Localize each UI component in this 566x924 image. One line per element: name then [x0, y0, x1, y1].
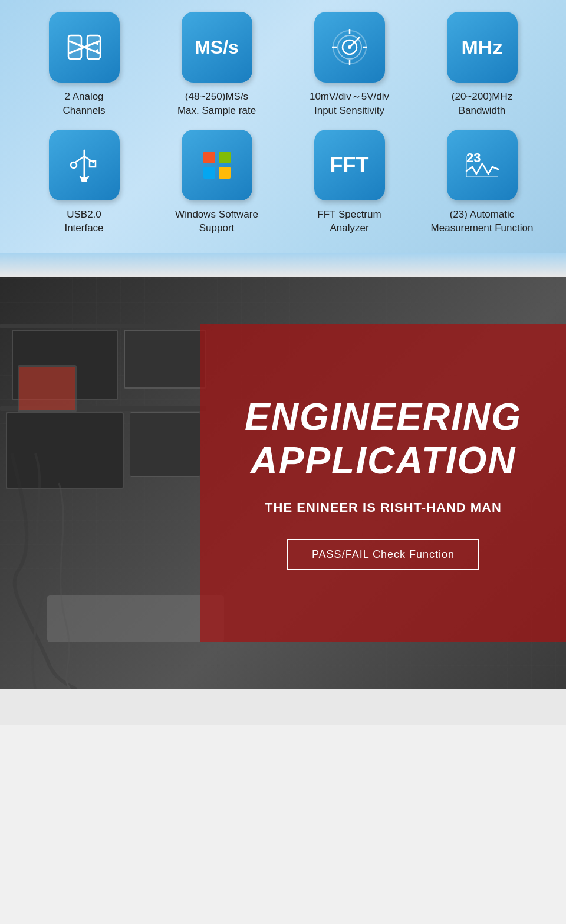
svg-point-14	[348, 45, 351, 49]
pass-fail-button[interactable]: PASS/FAIL Check Function	[287, 539, 479, 570]
windows-icon	[182, 130, 252, 200]
feature-usb: USB2.0 Interface	[31, 130, 137, 236]
fft-text: FFT	[330, 153, 369, 177]
usb-icon	[49, 130, 120, 200]
feature-bandwidth: MHz (20~200)MHz Bandwidth	[429, 12, 535, 118]
feature-fft: FFT FFT Spectrum Analyzer	[297, 130, 403, 236]
svg-line-13	[350, 37, 360, 47]
usb-label: USB2.0 Interface	[64, 208, 103, 236]
input-icon	[314, 12, 385, 83]
red-overlay: ENGINEERING APPLICATION THE ENINEER IS R…	[200, 324, 566, 642]
svg-rect-0	[68, 35, 81, 59]
engineering-section: ENGINEERING APPLICATION THE ENINEER IS R…	[0, 277, 566, 689]
windows-label: Windows Software Support	[175, 208, 258, 236]
sample-rate-label: (48~250)MS/s Max. Sample rate	[177, 90, 256, 118]
feature-input-sensitivity: 10mV/div～5V/div Input Sensitivity	[297, 12, 403, 118]
bandwidth-label: (20~200)MHz Bandwidth	[452, 90, 512, 118]
feature-analog-channels: 2 Analog Channels	[31, 12, 137, 118]
svg-rect-24	[219, 167, 231, 179]
ms-text: MS/s	[195, 38, 239, 57]
features-row-1: 2 Analog Channels MS/s (48~250)MS/s Max.…	[18, 12, 548, 118]
analog-icon	[49, 12, 120, 83]
analog-channels-label: 2 Analog Channels	[63, 90, 106, 118]
feature-sample-rate: MS/s (48~250)MS/s Max. Sample rate	[164, 12, 270, 118]
measurement-label: (23) Automatic Measurement Function	[431, 208, 534, 236]
fft-icon: FFT	[314, 130, 385, 200]
ms-icon: MS/s	[182, 12, 252, 83]
divider	[0, 253, 566, 277]
engineering-title: ENGINEERING APPLICATION	[245, 396, 522, 482]
svg-line-17	[75, 156, 84, 162]
features-row-2: USB2.0 Interface Windows Software Suppor…	[18, 130, 548, 236]
fft-label: FFT Spectrum Analyzer	[317, 208, 381, 236]
svg-text:23: 23	[466, 150, 481, 165]
svg-rect-21	[203, 152, 215, 163]
feature-measurement: 23 (23) Automatic Measurement Function	[429, 130, 535, 236]
mhz-text: MHz	[462, 36, 503, 59]
input-sensitivity-label: 10mV/div～5V/div Input Sensitivity	[310, 90, 389, 118]
svg-rect-22	[219, 152, 231, 163]
svg-rect-20	[81, 177, 87, 182]
measurement-icon: 23	[447, 130, 518, 200]
mhz-icon: MHz	[447, 12, 518, 83]
svg-point-19	[71, 162, 77, 168]
features-section: 2 Analog Channels MS/s (48~250)MS/s Max.…	[0, 0, 566, 253]
feature-windows: Windows Software Support	[164, 130, 270, 236]
engineering-subtitle: THE ENINEER IS RISHT-HAND MAN	[265, 500, 502, 515]
svg-rect-1	[87, 35, 100, 59]
svg-rect-23	[203, 167, 215, 179]
bottom-space	[0, 689, 566, 725]
